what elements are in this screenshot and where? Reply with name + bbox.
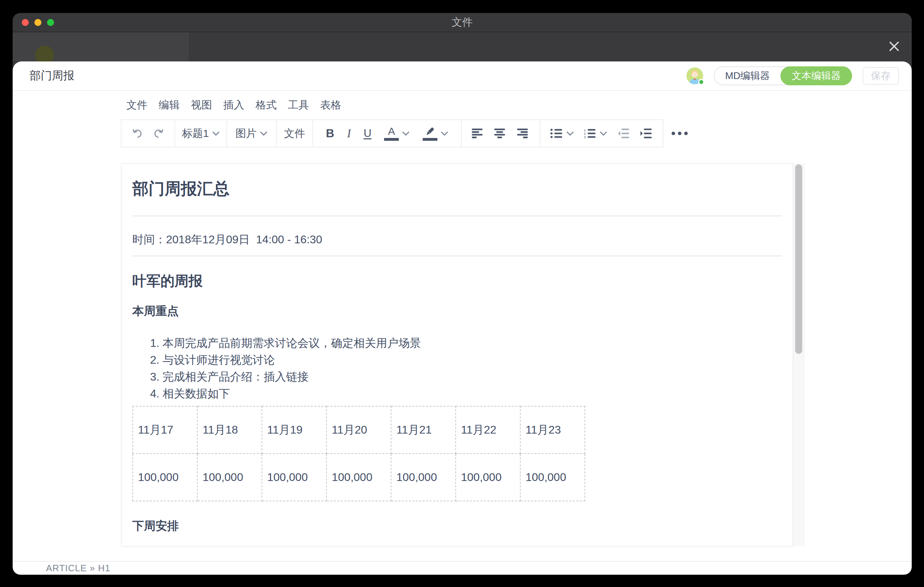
menu-insert[interactable]: 插入 (223, 98, 245, 112)
chevron-down-icon (600, 131, 607, 136)
italic-button[interactable]: I (347, 127, 351, 140)
table-cell[interactable]: 100,000 (262, 453, 327, 501)
menu-table[interactable]: 表格 (320, 98, 342, 112)
list-item[interactable]: 相关数据如下 (163, 385, 782, 402)
element-path: ARTICLE » H1 (46, 563, 110, 574)
traffic-light-zoom-icon[interactable] (47, 19, 54, 26)
table-cell[interactable]: 11月21 (391, 406, 456, 453)
editor-window: 文件 部门周报 (13, 13, 912, 575)
doc-ordered-list: 本周完成产品前期需求讨论会议，确定相关用户场景 与设计师进行视觉讨论 完成相关产… (132, 335, 782, 402)
doc-next-subheading[interactable]: 下周安排 (132, 519, 782, 532)
dimmed-avatar (35, 46, 54, 61)
font-color-button[interactable]: A (384, 126, 410, 141)
align-left-button[interactable] (472, 129, 485, 139)
editor-mode-toggle: MD编辑器 文本编辑器 (714, 66, 852, 85)
menu-bar: 文件 编辑 视图 插入 格式 工具 表格 (13, 91, 912, 119)
table-cell[interactable]: 100,000 (133, 453, 197, 501)
chevron-down-icon (441, 131, 448, 136)
toolbar-box: 标题1 图片 文件 B I U (121, 119, 663, 147)
bullet-list-icon (551, 129, 563, 139)
align-left-icon (472, 129, 485, 139)
table-cell[interactable]: 100,000 (327, 453, 391, 501)
redo-icon (153, 127, 165, 139)
presence-dot (698, 79, 704, 85)
list-item[interactable]: 本周完成产品前期需求讨论会议，确定相关用户场景 (163, 335, 782, 351)
heading-select-label: 标题1 (182, 126, 209, 141)
md-editor-tab[interactable]: MD编辑器 (714, 67, 780, 85)
image-group: 图片 (227, 120, 277, 147)
undo-icon (131, 127, 143, 139)
menu-format[interactable]: 格式 (255, 98, 277, 112)
text-editor-tab[interactable]: 文本编辑器 (780, 66, 852, 85)
outdent-icon (617, 129, 630, 139)
align-group (462, 120, 540, 147)
heading-select[interactable]: 标题1 (182, 126, 220, 141)
outdent-button[interactable] (617, 129, 630, 139)
table-cell[interactable]: 100,000 (391, 453, 456, 501)
undo-button[interactable] (131, 127, 143, 139)
table-cell[interactable]: 11月23 (520, 406, 585, 453)
doc-subheading[interactable]: 本周重点 (132, 305, 782, 317)
document-canvas[interactable]: 部门周报汇总 时间：2018年12月09日 14:00 - 16:30 叶军的周… (122, 163, 793, 546)
table-cell[interactable]: 100,000 (520, 453, 585, 501)
bullet-list-button[interactable] (551, 129, 574, 139)
chevron-down-icon (566, 131, 574, 136)
traffic-light-minimize-icon[interactable] (35, 19, 41, 26)
list-item[interactable]: 完成相关产品介绍：插入链接 (163, 368, 782, 385)
close-icon[interactable] (884, 36, 904, 56)
toolbar-more-button[interactable] (666, 119, 693, 147)
image-select[interactable]: 图片 (236, 126, 267, 141)
user-avatar[interactable] (686, 68, 703, 84)
table-cell[interactable]: 11月18 (197, 406, 262, 453)
status-bar: ARTICLE » H1 (13, 561, 912, 575)
table-cell[interactable]: 11月19 (262, 406, 327, 453)
font-color-icon: A (384, 126, 399, 141)
indent-icon (640, 129, 653, 139)
table-cell[interactable]: 11月17 (133, 406, 197, 453)
toolbar: 标题1 图片 文件 B I U (13, 119, 912, 147)
numbered-list-button[interactable]: 1 2 3 (584, 129, 607, 139)
highlight-button[interactable] (423, 126, 448, 141)
table-cell[interactable]: 11月22 (456, 406, 520, 453)
dimmed-background (13, 32, 912, 61)
doc-section-heading[interactable]: 叶军的周报 (132, 272, 782, 289)
menu-file[interactable]: 文件 (126, 98, 148, 112)
list-item[interactable]: 与设计师进行视觉讨论 (163, 351, 782, 368)
menu-tools[interactable]: 工具 (287, 98, 310, 112)
table-cell[interactable]: 100,000 (197, 453, 262, 501)
redo-button[interactable] (153, 127, 165, 139)
text-style-group: B I U A (313, 120, 462, 147)
list-indent-group: 1 2 3 (540, 120, 663, 147)
svg-text:3: 3 (584, 135, 586, 139)
divider (132, 256, 782, 256)
menu-view[interactable]: 视图 (190, 98, 213, 112)
divider (132, 216, 782, 216)
align-right-icon (517, 129, 530, 139)
menu-edit[interactable]: 编辑 (158, 98, 180, 112)
save-button[interactable]: 保存 (863, 67, 899, 85)
table-cell[interactable]: 11月20 (327, 406, 391, 453)
highlighter-icon (423, 126, 437, 141)
underline-button[interactable]: U (364, 127, 371, 140)
indent-button[interactable] (640, 129, 653, 139)
traffic-lights (22, 13, 54, 31)
align-center-icon (494, 129, 507, 139)
doc-meta-line[interactable]: 时间：2018年12月09日 14:00 - 16:30 (132, 232, 782, 247)
table-cell[interactable]: 100,000 (456, 453, 520, 501)
traffic-light-close-icon[interactable] (22, 19, 29, 26)
doc-title[interactable]: 部门周报汇总 (132, 180, 782, 198)
bold-button[interactable]: B (326, 127, 334, 140)
window-title: 文件 (452, 15, 473, 30)
editor-sheet: 部门周报 MD编辑 (13, 61, 912, 575)
titlebar: 文件 (13, 13, 912, 32)
doc-data-table: 11月17 11月18 11月19 11月20 11月21 11月22 11月2… (132, 406, 585, 501)
header-actions: MD编辑器 文本编辑器 保存 (686, 66, 899, 85)
align-right-button[interactable] (517, 129, 530, 139)
align-center-button[interactable] (494, 129, 507, 139)
scrollbar-thumb[interactable] (795, 164, 802, 354)
document-area: 部门周报汇总 时间：2018年12月09日 14:00 - 16:30 叶军的周… (13, 147, 912, 561)
scrollbar-track[interactable] (793, 163, 804, 546)
history-group (122, 120, 175, 147)
file-button[interactable]: 文件 (284, 126, 305, 141)
numbered-list-icon: 1 2 3 (584, 129, 596, 139)
